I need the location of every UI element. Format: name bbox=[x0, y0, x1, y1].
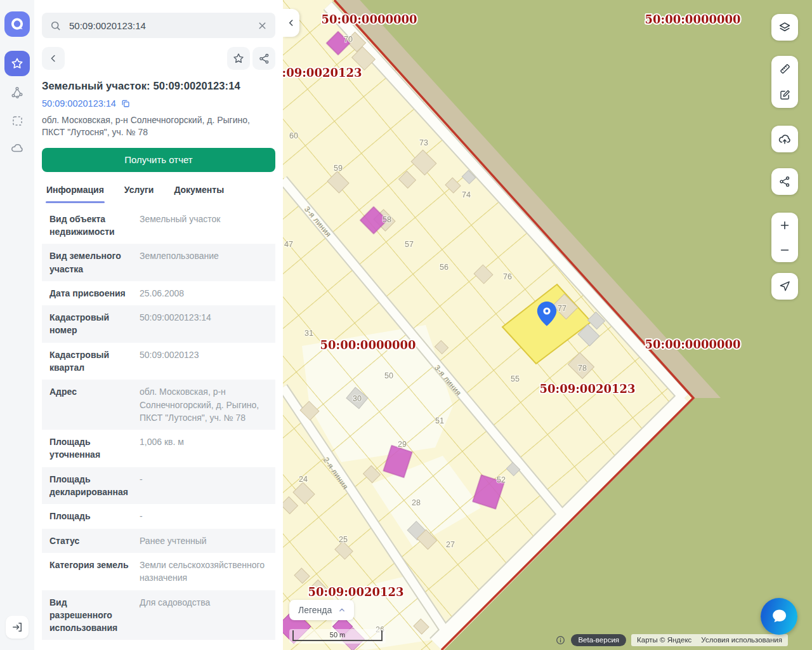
row-label: Вид земельного участка bbox=[49, 249, 131, 275]
parcel-number: 78 bbox=[578, 364, 587, 373]
scale-label: 50 m bbox=[294, 631, 381, 639]
beta-badge: Beta-версия bbox=[571, 634, 626, 646]
cloud-icon bbox=[10, 142, 24, 156]
maps-copyright-link[interactable]: Карты © Яндекс bbox=[637, 636, 691, 644]
app-logo[interactable] bbox=[4, 11, 30, 37]
map-graphics: 3-я линия 3-я линия 2-я линия 70 60 73 5… bbox=[283, 0, 812, 650]
parcel-number: 27 bbox=[446, 540, 455, 549]
plus-icon bbox=[778, 219, 791, 232]
row-value: 50:09:0020123 bbox=[140, 348, 268, 375]
object-address: обл. Московская, р-н Солнечногорский, д.… bbox=[42, 114, 275, 139]
zoom-out-button[interactable] bbox=[771, 237, 798, 262]
parcel-number: 56 bbox=[440, 263, 449, 272]
parcel-number: 31 bbox=[304, 329, 313, 338]
share-icon bbox=[258, 53, 270, 65]
app-logo-icon bbox=[9, 16, 25, 32]
star-icon bbox=[10, 56, 24, 70]
row-label: Кадастровый номер bbox=[49, 311, 131, 337]
parcel-number: 47 bbox=[284, 240, 293, 249]
table-row: Вид земельного участкаЗемлепользование bbox=[42, 244, 275, 281]
cadastral-number-link[interactable]: 50:09:0020123:14 bbox=[42, 98, 116, 109]
tab-services[interactable]: Услуги bbox=[124, 182, 155, 203]
edit-button[interactable] bbox=[771, 82, 798, 108]
close-icon bbox=[257, 20, 268, 31]
row-label: Площадь декларированная bbox=[49, 473, 131, 499]
share-icon bbox=[778, 175, 791, 188]
table-row: Категория земельЗемли сельскохозяйственн… bbox=[42, 553, 275, 590]
parcel-number: 30 bbox=[353, 394, 362, 403]
collapse-panel-button[interactable] bbox=[283, 9, 299, 37]
favorite-object-button[interactable] bbox=[227, 47, 250, 70]
row-label: Адрес bbox=[49, 385, 131, 424]
table-row: Площадь уточненная1,006 кв. м bbox=[42, 430, 275, 467]
logout-button[interactable] bbox=[6, 616, 29, 639]
quarter-label: 50:09:0020123 bbox=[539, 382, 635, 395]
parcel-number: 24 bbox=[299, 475, 308, 484]
table-row: Дата присвоения25.06.2008 bbox=[42, 281, 275, 305]
info-icon[interactable] bbox=[555, 635, 566, 646]
tab-information[interactable]: Информация bbox=[46, 182, 105, 203]
back-button[interactable] bbox=[42, 47, 65, 70]
row-value: 1,006 кв. м bbox=[140, 435, 268, 461]
terms-link[interactable]: Условия использования bbox=[701, 636, 782, 644]
chat-button[interactable] bbox=[761, 598, 797, 635]
info-table: Вид объекта недвижимостиЗемельный участо… bbox=[42, 207, 275, 640]
locate-me-button[interactable] bbox=[771, 273, 798, 300]
search-input[interactable] bbox=[68, 20, 251, 32]
row-label: Вид разрешенного использования bbox=[49, 596, 131, 635]
object-panel: Земельный участок: 50:09:0020123:14 50:0… bbox=[34, 0, 283, 650]
row-value: обл. Московская, р-н Солнечногорский, д.… bbox=[140, 385, 268, 424]
table-row: Вид объекта недвижимостиЗемельный участо… bbox=[42, 207, 275, 244]
parcel-number: 76 bbox=[503, 272, 512, 281]
navigation-arrow-icon bbox=[778, 280, 791, 293]
table-row: Площадь декларированная- bbox=[42, 467, 275, 505]
chat-bubble-icon bbox=[768, 606, 790, 627]
row-label: Категория земель bbox=[49, 559, 131, 585]
row-value: Земли сельскохозяйственного назначения bbox=[140, 559, 268, 585]
cadastral-link-row: 50:09:0020123:14 bbox=[42, 98, 275, 109]
tab-documents[interactable]: Документы bbox=[173, 182, 225, 203]
measure-tools-group bbox=[771, 56, 798, 108]
copy-icon[interactable] bbox=[121, 98, 131, 109]
row-value: 25.06.2008 bbox=[140, 287, 268, 300]
map-scale: 50 m bbox=[289, 629, 386, 644]
map-canvas[interactable]: 3-я линия 3-я линия 2-я линия 70 60 73 5… bbox=[283, 0, 812, 650]
cloud-button[interactable] bbox=[6, 137, 29, 160]
row-label: Дата присвоения bbox=[49, 287, 131, 300]
share-map-button[interactable] bbox=[771, 168, 798, 195]
legend-button[interactable]: Легенда bbox=[289, 600, 354, 620]
parcel-number: 28 bbox=[412, 498, 421, 507]
parcel-number: 50 bbox=[384, 371, 393, 380]
ruler-button[interactable] bbox=[771, 56, 798, 82]
scale-bracket: 50 m bbox=[292, 630, 383, 641]
layers-button[interactable] bbox=[771, 14, 798, 41]
map-attribution: Beta-версия Карты © Яндекс Условия испол… bbox=[555, 634, 788, 646]
parcel-number: 70 bbox=[344, 35, 353, 44]
parcel-number: 77 bbox=[558, 304, 566, 313]
parcel-number: 60 bbox=[289, 131, 298, 140]
edit-icon bbox=[778, 88, 792, 102]
row-value: Земельный участок bbox=[140, 213, 268, 239]
search-bar bbox=[42, 13, 275, 38]
area-select-icon bbox=[11, 114, 24, 128]
zoom-in-button[interactable] bbox=[771, 213, 798, 237]
quarter-label: 50:09:0020123 bbox=[308, 585, 403, 599]
page-title: Земельный участок: 50:09:0020123:14 bbox=[42, 80, 275, 92]
get-report-button[interactable]: Получить отчет bbox=[42, 148, 275, 172]
row-label: Статус bbox=[49, 534, 131, 547]
parcel-number: 73 bbox=[419, 138, 428, 147]
card-header bbox=[42, 47, 275, 70]
favorites-button[interactable] bbox=[4, 51, 30, 76]
row-value: Землепользование bbox=[140, 249, 268, 275]
share-object-button[interactable] bbox=[252, 47, 275, 70]
table-row: Кадастровый номер50:09:0020123:14 bbox=[42, 305, 275, 343]
upload-button[interactable] bbox=[771, 126, 798, 152]
parcel-number: 29 bbox=[398, 440, 407, 449]
row-value: - bbox=[140, 510, 268, 522]
area-select-button[interactable] bbox=[6, 109, 29, 132]
polygon-tool-button[interactable] bbox=[6, 81, 29, 104]
row-value: Ранее учтенный bbox=[140, 534, 268, 547]
clear-search-button[interactable] bbox=[257, 20, 268, 31]
quarter-label: 50:00:0000000 bbox=[645, 13, 740, 26]
polygon-tool-icon bbox=[10, 86, 24, 100]
